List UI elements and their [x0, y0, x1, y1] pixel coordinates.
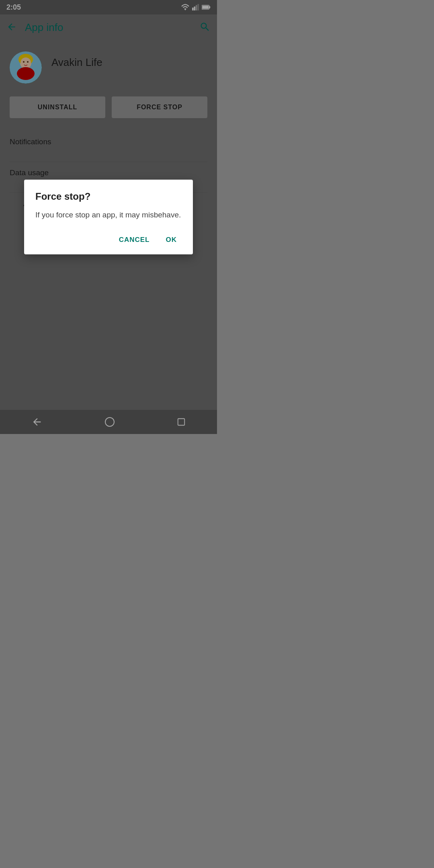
ok-button[interactable]: OK	[161, 232, 182, 248]
dialog-body: If you force stop an app, it may misbeha…	[35, 209, 182, 221]
cancel-button[interactable]: CANCEL	[114, 232, 155, 248]
dialog-overlay: Force stop? If you force stop an app, it…	[0, 0, 217, 434]
force-stop-dialog: Force stop? If you force stop an app, it…	[24, 180, 193, 255]
dialog-title: Force stop?	[35, 191, 182, 202]
dialog-actions: CANCEL OK	[35, 232, 182, 248]
